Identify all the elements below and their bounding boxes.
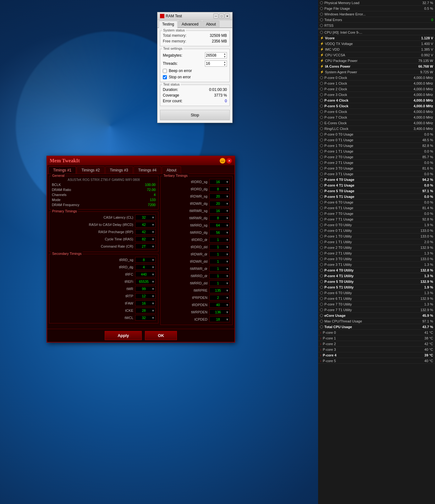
hwinfo-row: P-core 2 T1 Usage0.0 %: [318, 160, 435, 165]
timing-select[interactable]: 8▼: [209, 186, 230, 192]
lightning-icon: ⚡: [320, 64, 324, 68]
hwinfo-row-label: Total CPU Usage: [320, 325, 408, 329]
timing-select[interactable]: 8▼: [135, 257, 156, 263]
mem-tab-timings1[interactable]: Timings #1: [48, 166, 76, 174]
mem-minimize-button[interactable]: —: [220, 158, 225, 164]
timing-select[interactable]: 18▼: [209, 316, 230, 322]
timing-select[interactable]: 1▼: [209, 273, 230, 279]
timing-select[interactable]: 64▼: [209, 222, 230, 228]
timing-select[interactable]: 20▼: [209, 201, 230, 206]
timing-row: tRDWR_dd1▼: [163, 259, 230, 264]
timing-select-arrow: ▼: [226, 180, 229, 184]
timing-select[interactable]: 135▼: [209, 288, 230, 293]
timing-label: tCPDED: [163, 317, 209, 321]
timing-label: tWCL: [52, 316, 135, 320]
mem-close-button[interactable]: ✕: [226, 158, 232, 164]
timing-select[interactable]: 1▼: [209, 244, 230, 250]
system-status-label: System status: [162, 28, 186, 32]
timing-select[interactable]: 12▼: [135, 293, 156, 299]
mem-tab-timings4[interactable]: Timings #4: [134, 166, 161, 174]
stop-checkbox[interactable]: [163, 75, 167, 79]
hwinfo-row: E-Cores Clock4,000.0 MHz: [318, 120, 435, 126]
megabytes-spinbox[interactable]: 26508 ▲ ▼: [205, 52, 227, 59]
ok-button[interactable]: OK: [145, 331, 177, 340]
hwinfo-row-label: Physical Memory Load: [320, 1, 408, 5]
timing-select[interactable]: 4▼: [135, 264, 156, 270]
timing-select[interactable]: 1▼: [209, 237, 230, 243]
hwinfo-row-label: ↓P-core 2: [320, 342, 408, 346]
tab-testing[interactable]: Testing: [159, 21, 178, 28]
mode-row: Mode 133: [52, 198, 156, 202]
circle-icon: [320, 31, 323, 34]
timing-select-value: 18: [210, 317, 226, 321]
timing-select[interactable]: 16▼: [209, 179, 230, 185]
hwinfo-row: P-core 0 T1 Utility133.0 %: [318, 228, 435, 233]
hwinfo-value: 40 °C: [408, 348, 433, 351]
timing-select[interactable]: 136▼: [209, 309, 230, 315]
close-button[interactable]: ✕: [225, 14, 230, 19]
timing-select[interactable]: 82▼: [135, 236, 156, 242]
timing-select[interactable]: 28▼: [135, 308, 156, 313]
timing-select[interactable]: 32▼: [135, 315, 156, 321]
circle-icon: [320, 127, 323, 130]
timing-select-value: 16: [136, 301, 151, 305]
minimize-button[interactable]: ─: [213, 14, 218, 19]
mem-tab-about[interactable]: About: [162, 166, 181, 174]
timing-select[interactable]: 42▼: [135, 222, 156, 227]
timing-select[interactable]: 2▼: [209, 295, 230, 300]
hwinfo-row: P-core 7 T0 Utility1.3 %: [318, 301, 435, 307]
timing-select[interactable]: 1▼: [209, 259, 230, 264]
timing-row: tRDPDEN40▼: [163, 302, 230, 308]
mem-tab-timings3[interactable]: Timings #3: [105, 166, 133, 174]
hwinfo-row: P-core 7 T0 Usage0.0 %: [318, 211, 435, 216]
timing-select[interactable]: 56▼: [209, 230, 230, 235]
hwinfo-label-text: Physical Memory Load: [324, 1, 359, 5]
tab-about[interactable]: About: [202, 21, 219, 27]
timing-select-value: 42: [136, 223, 151, 227]
hwinfo-row-label: E-Cores Clock: [320, 121, 408, 125]
timing-label: tWRRD_dd: [163, 281, 209, 285]
timing-select[interactable]: 2T▼: [135, 244, 156, 249]
timing-select-value: 99: [136, 287, 151, 291]
timing-select-value: 2T: [136, 244, 151, 248]
apply-button[interactable]: Apply: [105, 331, 142, 340]
timing-select[interactable]: 40▼: [209, 302, 230, 308]
timing-select[interactable]: 32▼: [135, 215, 156, 220]
threads-spinbox[interactable]: 16 ▲ ▼: [205, 60, 227, 67]
hwinfo-label-text: P-core 7 T0 Usage: [324, 212, 353, 216]
hwinfo-value: 1.9 %: [408, 285, 433, 289]
mem-tab-timings2[interactable]: Timings #2: [77, 166, 104, 174]
circle-icon: [320, 280, 323, 283]
stop-button[interactable]: Stop: [160, 110, 230, 120]
hwinfo-label-text: P-core 2 T0 Usage: [324, 155, 353, 159]
timing-select[interactable]: 8▼: [209, 215, 230, 221]
timing-label: tRDWR_dd: [163, 260, 209, 263]
timing-select[interactable]: 1▼: [209, 280, 230, 286]
timing-select[interactable]: 16▼: [209, 208, 230, 214]
hwinfo-value: 0.0 %: [408, 149, 433, 153]
tab-advanced[interactable]: Advanced: [178, 21, 202, 27]
timing-select[interactable]: 65535▼: [135, 279, 156, 284]
timing-select[interactable]: 99▼: [135, 286, 156, 292]
timing-select[interactable]: 440▼: [135, 272, 156, 277]
hwinfo-value: 1.385 V: [408, 48, 433, 51]
timing-select[interactable]: 1▼: [209, 266, 230, 272]
timing-select[interactable]: 20▼: [209, 193, 230, 199]
hwinfo-row: P-core 6 T1 Utility132.9 %: [318, 296, 435, 301]
lightning-icon: ⚡: [320, 36, 324, 40]
thermo-icon: ↓: [320, 331, 322, 334]
bclk-value: 100.00: [145, 183, 156, 187]
hwinfo-row: P-core 4 Clock4,000.0 MHz: [318, 98, 435, 103]
timing-label: tRDWR_dg: [163, 202, 209, 205]
maximize-button[interactable]: □: [219, 14, 224, 19]
hwinfo-label-text: P-core 3 T0 Usage: [324, 166, 353, 170]
timing-select[interactable]: 42▼: [135, 229, 156, 235]
beep-checkbox[interactable]: [163, 69, 167, 73]
timing-label: tRDRD_sg: [163, 180, 209, 184]
timing-select[interactable]: 1▼: [209, 251, 230, 257]
timing-select-value: 56: [210, 231, 226, 234]
timing-select-arrow: ▼: [226, 253, 229, 256]
timing-select[interactable]: 16▼: [135, 300, 156, 306]
timing-label: tWRWR_dr: [163, 267, 209, 271]
timing-row: tRDWR_dg20▼: [163, 201, 230, 206]
